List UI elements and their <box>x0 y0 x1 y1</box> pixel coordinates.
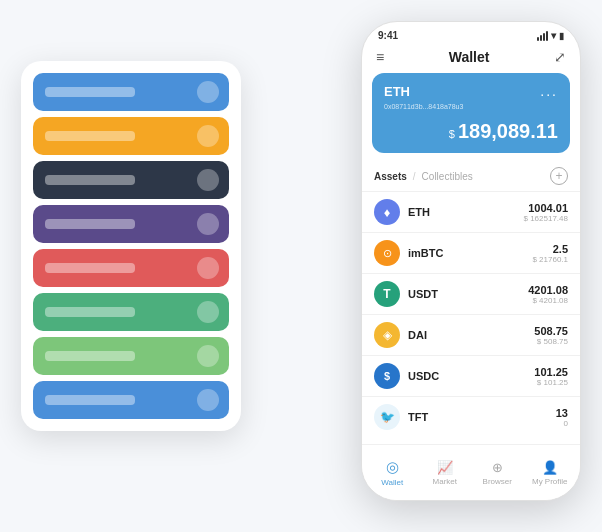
asset-amount: 1004.01 <box>524 202 569 214</box>
card-icon <box>197 257 219 279</box>
wallet-nav-icon: ◎ <box>386 458 399 476</box>
asset-usd: $ 21760.1 <box>532 255 568 264</box>
wifi-icon: ▾ <box>551 30 556 41</box>
asset-amount: 2.5 <box>532 243 568 255</box>
card-label <box>45 263 135 273</box>
asset-amount: 13 <box>556 407 568 419</box>
usdt-icon: T <box>374 281 400 307</box>
asset-usd: $ 508.75 <box>534 337 568 346</box>
asset-amounts: 4201.08 $ 4201.08 <box>528 284 568 305</box>
asset-amounts: 101.25 $ 101.25 <box>534 366 568 387</box>
asset-amounts: 1004.01 $ 162517.48 <box>524 202 569 223</box>
list-item[interactable] <box>33 205 229 243</box>
card-label <box>45 307 135 317</box>
phone-frame: 9:41 ▾ ▮ ≡ Wallet ⤢ <box>361 21 581 501</box>
market-nav-icon: 📈 <box>437 460 453 475</box>
card-label <box>45 131 135 141</box>
list-item[interactable] <box>33 161 229 199</box>
asset-amounts: 13 0 <box>556 407 568 428</box>
asset-amount: 4201.08 <box>528 284 568 296</box>
list-item[interactable] <box>33 249 229 287</box>
page-title: Wallet <box>449 49 490 65</box>
dai-icon: ◈ <box>374 322 400 348</box>
asset-amounts: 2.5 $ 21760.1 <box>532 243 568 264</box>
asset-amount: 101.25 <box>534 366 568 378</box>
card-icon <box>197 345 219 367</box>
asset-usd: $ 162517.48 <box>524 214 569 223</box>
eth-card-name: ETH <box>384 84 410 99</box>
table-row[interactable]: $ USDC 101.25 $ 101.25 <box>362 355 580 396</box>
table-row[interactable]: ⊙ imBTC 2.5 $ 21760.1 <box>362 232 580 273</box>
card-icon <box>197 389 219 411</box>
currency-symbol: $ <box>449 128 455 140</box>
asset-amounts: 508.75 $ 508.75 <box>534 325 568 346</box>
asset-usd: 0 <box>556 419 568 428</box>
eth-card-balance: $189,089.11 <box>384 120 558 143</box>
eth-icon: ♦ <box>374 199 400 225</box>
card-label <box>45 87 135 97</box>
eth-card-address: 0x08711d3b...8418a78u3 <box>384 103 558 110</box>
tab-divider: / <box>413 171 416 182</box>
tab-assets[interactable]: Assets <box>374 171 407 182</box>
asset-name: DAI <box>408 329 534 341</box>
usdc-icon: $ <box>374 363 400 389</box>
time-label: 9:41 <box>378 30 398 41</box>
card-label <box>45 351 135 361</box>
card-icon <box>197 301 219 323</box>
bottom-nav: ◎ Wallet 📈 Market ⊕ Browser 👤 My Profile <box>362 444 580 500</box>
list-item[interactable] <box>33 73 229 111</box>
nav-label: Market <box>433 477 457 486</box>
phone-header: ≡ Wallet ⤢ <box>362 45 580 73</box>
scene: 9:41 ▾ ▮ ≡ Wallet ⤢ <box>21 21 581 511</box>
tft-icon: 🐦 <box>374 404 400 430</box>
card-label <box>45 175 135 185</box>
balance-amount: 189,089.11 <box>458 120 558 142</box>
tab-collectibles[interactable]: Collectibles <box>422 171 473 182</box>
browser-nav-icon: ⊕ <box>492 460 503 475</box>
imbtc-icon: ⊙ <box>374 240 400 266</box>
table-row[interactable]: ◈ DAI 508.75 $ 508.75 <box>362 314 580 355</box>
expand-icon[interactable]: ⤢ <box>554 49 566 65</box>
table-row[interactable]: ♦ ETH 1004.01 $ 162517.48 <box>362 191 580 232</box>
asset-name: USDC <box>408 370 534 382</box>
list-item[interactable] <box>33 117 229 155</box>
nav-item-profile[interactable]: 👤 My Profile <box>524 460 577 486</box>
asset-name: ETH <box>408 206 524 218</box>
list-item[interactable] <box>33 381 229 419</box>
signal-icon <box>537 31 548 41</box>
assets-tabs: Assets / Collectibles <box>374 171 473 182</box>
card-label <box>45 395 135 405</box>
profile-nav-icon: 👤 <box>542 460 558 475</box>
asset-name: TFT <box>408 411 556 423</box>
nav-item-browser[interactable]: ⊕ Browser <box>471 460 524 486</box>
status-bar: 9:41 ▾ ▮ <box>362 22 580 45</box>
more-options-icon[interactable]: ... <box>540 83 558 99</box>
asset-name: imBTC <box>408 247 532 259</box>
table-row[interactable]: T USDT 4201.08 $ 4201.08 <box>362 273 580 314</box>
plus-icon: + <box>555 170 562 182</box>
card-label <box>45 219 135 229</box>
menu-icon[interactable]: ≡ <box>376 49 384 65</box>
eth-card-header: ETH ... <box>384 83 558 99</box>
nav-item-wallet[interactable]: ◎ Wallet <box>366 458 419 487</box>
card-stack <box>21 61 241 431</box>
add-asset-button[interactable]: + <box>550 167 568 185</box>
table-row[interactable]: 🐦 TFT 13 0 <box>362 396 580 437</box>
status-icons: ▾ ▮ <box>537 30 564 41</box>
card-icon <box>197 213 219 235</box>
card-icon <box>197 125 219 147</box>
asset-usd: $ 4201.08 <box>528 296 568 305</box>
nav-label: Browser <box>483 477 512 486</box>
asset-amount: 508.75 <box>534 325 568 337</box>
asset-usd: $ 101.25 <box>534 378 568 387</box>
list-item[interactable] <box>33 337 229 375</box>
card-icon <box>197 169 219 191</box>
nav-label: My Profile <box>532 477 568 486</box>
battery-icon: ▮ <box>559 31 564 41</box>
nav-item-market[interactable]: 📈 Market <box>419 460 472 486</box>
card-icon <box>197 81 219 103</box>
asset-name: USDT <box>408 288 528 300</box>
eth-wallet-card[interactable]: ETH ... 0x08711d3b...8418a78u3 $189,089.… <box>372 73 570 153</box>
nav-label: Wallet <box>381 478 403 487</box>
list-item[interactable] <box>33 293 229 331</box>
